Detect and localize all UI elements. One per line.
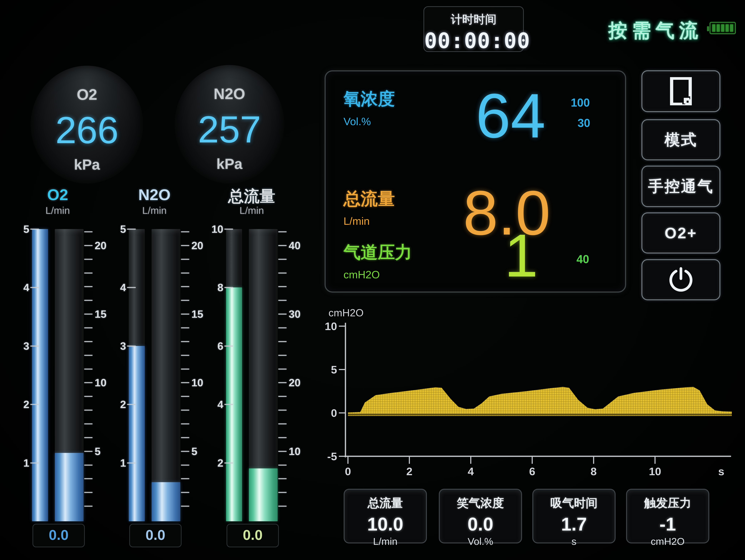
y-tick-label: -5 bbox=[327, 450, 337, 463]
meter-title: O2 bbox=[22, 186, 93, 204]
meter-unit: L/min bbox=[216, 205, 287, 216]
gauge-value: 257 bbox=[174, 108, 284, 151]
scale-tick bbox=[278, 437, 287, 438]
o2-flush-button[interactable]: O2+ bbox=[642, 212, 720, 254]
power-button[interactable] bbox=[642, 259, 720, 300]
scale-tick bbox=[278, 492, 287, 493]
meter-value-box: 0.0 bbox=[129, 524, 182, 547]
airway-pressure-unit: cmH2O bbox=[344, 268, 380, 281]
scale-tick bbox=[84, 465, 93, 466]
scale-tick bbox=[84, 272, 93, 273]
power-icon bbox=[668, 266, 694, 293]
scale-tick bbox=[84, 506, 93, 506]
scale-label: 4 bbox=[205, 398, 223, 410]
total-flow-meter: 总流量 L/min 0.0 10864240302010 bbox=[205, 186, 317, 553]
x-axis-unit: s bbox=[718, 465, 724, 477]
scale-tick bbox=[224, 345, 233, 347]
x-tick-label: 2 bbox=[406, 465, 412, 477]
scale-tick bbox=[181, 272, 189, 273]
scale-tick bbox=[84, 327, 93, 328]
bar-fill-right bbox=[55, 453, 84, 521]
info-unit: Vol.% bbox=[440, 535, 521, 547]
bar-fill-right bbox=[249, 468, 278, 521]
scale-label: 6 bbox=[205, 340, 223, 352]
scale-label: 1 bbox=[11, 457, 29, 469]
battery-body bbox=[710, 22, 736, 34]
bar-fill-left bbox=[32, 229, 48, 521]
scale-tick bbox=[30, 463, 39, 463]
scale-tick bbox=[278, 369, 287, 369]
info-label: 总流量 bbox=[345, 495, 426, 511]
mode-button[interactable]: 模式 bbox=[642, 119, 720, 160]
scale-tick bbox=[30, 229, 39, 230]
scale-label: 5 bbox=[107, 223, 126, 235]
x-tick-label: 0 bbox=[345, 465, 351, 477]
trigger-pressure-setting-box[interactable]: 触发压力 -1 cmH2O bbox=[626, 489, 709, 543]
oxygen-concentration-label: 氧浓度 bbox=[344, 88, 395, 111]
meter-value-box: 0.0 bbox=[227, 524, 279, 547]
n2o-pressure-gauge: N2O 257 kPa bbox=[174, 65, 284, 184]
scale-tick bbox=[181, 327, 189, 328]
scale-label: 4 bbox=[11, 281, 29, 294]
scale-tick bbox=[84, 231, 93, 232]
scale-tick bbox=[127, 463, 136, 463]
info-unit: L/min bbox=[345, 535, 426, 547]
scale-tick bbox=[30, 287, 39, 288]
o2-flow-meter: O2 L/min 0.0 543212015105 bbox=[11, 186, 123, 553]
scale-label: 5 bbox=[11, 223, 29, 235]
info-label: 触发压力 bbox=[627, 495, 708, 511]
page-icon bbox=[670, 77, 692, 105]
inspiratory-time-setting-box[interactable]: 吸气时间 1.7 s bbox=[532, 489, 616, 543]
scale-tick bbox=[84, 410, 93, 410]
scale-tick bbox=[181, 286, 189, 287]
scale-label: 8 bbox=[205, 281, 223, 294]
meter-title: N2O bbox=[119, 186, 190, 204]
scale-tick bbox=[181, 314, 189, 315]
x-tick-label: 8 bbox=[590, 465, 597, 477]
records-button[interactable] bbox=[642, 70, 720, 112]
battery-bar bbox=[725, 24, 729, 32]
mode-button-label: 模式 bbox=[665, 129, 697, 150]
timer-value: 00:00:00 bbox=[424, 28, 523, 53]
scale-label: 3 bbox=[11, 340, 29, 352]
scale-tick bbox=[181, 478, 189, 479]
oxygen-concentration-unit: Vol.% bbox=[344, 115, 371, 128]
scale-tick bbox=[181, 369, 189, 369]
airway-pressure-limit-high: 40 bbox=[577, 253, 589, 266]
gauge-unit: kPa bbox=[31, 156, 143, 173]
x-tick-label: 4 bbox=[468, 465, 474, 477]
scale-label: 4 bbox=[107, 281, 126, 294]
scale-tick bbox=[181, 410, 189, 410]
n2o-concentration-setting-box[interactable]: 笑气浓度 0.0 Vol.% bbox=[439, 489, 522, 543]
info-value: 10.0 bbox=[345, 514, 426, 535]
demand-flow-indicator: 按需气流 bbox=[608, 18, 703, 43]
scale-tick bbox=[181, 382, 189, 383]
manual-ventilation-button[interactable]: 手控通气 bbox=[642, 166, 720, 207]
info-label: 吸气时间 bbox=[533, 495, 615, 511]
scale-tick bbox=[278, 423, 287, 424]
airway-pressure-value: 1 bbox=[495, 231, 538, 281]
info-value: 0.0 bbox=[440, 514, 521, 535]
manual-ventilation-button-label: 手控通气 bbox=[648, 176, 714, 197]
scale-tick bbox=[127, 345, 136, 347]
y-axis-title: cmH2O bbox=[328, 307, 364, 319]
meter-value-box: 0.0 bbox=[32, 524, 85, 547]
total-flow-setting-box[interactable]: 总流量 10.0 L/min bbox=[344, 489, 427, 543]
scale-label: 3 bbox=[107, 340, 126, 352]
info-value: -1 bbox=[627, 514, 708, 535]
scale-tick bbox=[84, 382, 93, 383]
gauge-label: O2 bbox=[31, 86, 143, 103]
scale-tick bbox=[224, 463, 233, 463]
scale-tick bbox=[278, 396, 287, 397]
meter-unit: L/min bbox=[22, 205, 93, 216]
scale-tick bbox=[84, 314, 93, 315]
battery-nub bbox=[707, 26, 709, 31]
airway-pressure-waveform: 1050-5cmH2O0246810s bbox=[303, 302, 745, 491]
oxygen-limit-high: 100 bbox=[571, 96, 590, 109]
battery-bar bbox=[721, 24, 724, 32]
gauge-unit: kPa bbox=[174, 156, 284, 172]
bar-fill-right bbox=[152, 482, 180, 521]
x-tick-label: 6 bbox=[529, 465, 535, 477]
scale-tick bbox=[181, 231, 189, 232]
scale-tick bbox=[84, 437, 93, 438]
